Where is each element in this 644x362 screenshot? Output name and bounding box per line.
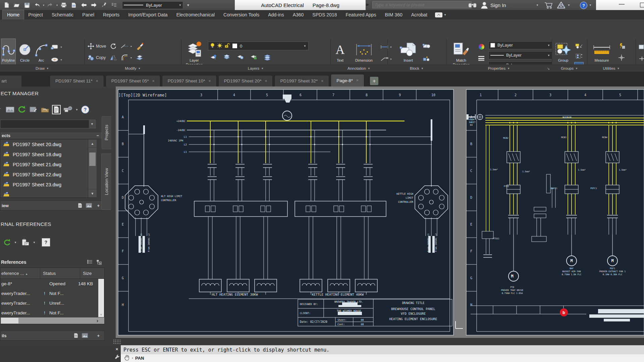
command-window-grip[interactable] xyxy=(113,339,121,344)
command-prompt[interactable]: Press ESC or ENTER to exit, or right-cli… xyxy=(121,345,644,354)
list-view-icon[interactable] xyxy=(87,260,93,264)
rectangle-tool-icon[interactable] xyxy=(50,43,59,51)
sheet-set-icon[interactable] xyxy=(110,1,118,9)
details-section-header[interactable]: ils + xyxy=(0,330,105,341)
maximize-button[interactable] xyxy=(640,3,644,7)
scroll-down-icon[interactable]: ▼ xyxy=(88,189,97,197)
fillet-caret-icon[interactable]: ▼ xyxy=(130,57,132,59)
new-file-icon[interactable] xyxy=(3,1,11,9)
properties-launcher-icon[interactable]: ↘ xyxy=(547,67,550,70)
publish-icon[interactable] xyxy=(100,1,108,9)
details-add-icon[interactable]: + xyxy=(97,333,100,338)
ribbon-tab-import-export-data[interactable]: Import/Export Data xyxy=(124,10,172,19)
layer-unlock-icon[interactable] xyxy=(250,53,258,61)
help-icon[interactable]: ? xyxy=(580,2,587,9)
object-color-dropdown[interactable]: ByLayer▼ xyxy=(488,41,552,49)
command-options-caret-icon[interactable]: ▾ xyxy=(132,357,133,360)
dimension-caret-icon[interactable]: ▼ xyxy=(390,46,392,48)
pm-toolbar-caret-icon[interactable]: ▼ xyxy=(75,108,78,111)
close-tab-icon[interactable]: × xyxy=(152,79,155,83)
trim-caret-icon[interactable]: ▼ xyxy=(130,45,132,48)
project-file-pd1997-sheet-21-dwg[interactable]: PD1997 Sheet 21.dwg xyxy=(0,160,96,170)
attach-xref-icon[interactable] xyxy=(21,238,30,247)
clipped-tool2-icon[interactable] xyxy=(638,54,644,63)
plot-preview-icon[interactable] xyxy=(70,1,78,9)
add-view-icon[interactable]: + xyxy=(97,203,100,208)
close-tab-icon[interactable]: × xyxy=(356,78,359,83)
ribbon-tab-panel[interactable]: Panel xyxy=(78,10,99,19)
erase-icon[interactable] xyxy=(135,42,144,51)
xref-refresh-icon[interactable] xyxy=(3,238,11,246)
project-file-partial[interactable] xyxy=(0,190,96,198)
print-icon[interactable] xyxy=(60,1,68,9)
details-preview-icon[interactable] xyxy=(82,333,88,338)
close-tab-icon[interactable]: × xyxy=(321,79,323,83)
app-store-cart-icon[interactable] xyxy=(544,2,553,9)
mirror-icon[interactable] xyxy=(109,53,118,62)
lineweight-list-icon[interactable] xyxy=(477,54,486,63)
start-tab-partial[interactable]: art xyxy=(0,75,21,86)
refresh-project-icon[interactable] xyxy=(17,106,26,114)
linetype-dropdown[interactable]: ByLayer▼ xyxy=(488,51,552,59)
document-tab-pd1997-sheet-32[interactable]: PD1997 Sheet 32*× xyxy=(274,75,329,86)
xref-refresh-caret-icon[interactable]: ▼ xyxy=(14,241,17,244)
id-point-icon[interactable] xyxy=(617,53,626,62)
column-status[interactable]: Status xyxy=(40,271,80,276)
sign-in-caret-icon[interactable]: ▼ xyxy=(536,4,539,7)
open-icon[interactable] xyxy=(13,1,21,9)
back-arrow-icon[interactable] xyxy=(80,1,88,9)
search-input[interactable] xyxy=(372,1,472,8)
a360-icon[interactable] xyxy=(557,1,566,9)
modify-panel-label[interactable]: Modify▼ xyxy=(85,65,181,72)
layer-freeze-tool-icon[interactable] xyxy=(236,53,245,61)
ribbon-tab-acrobat[interactable]: Acrobat xyxy=(407,10,432,19)
draw-panel-label[interactable]: Draw▼ xyxy=(0,65,85,72)
clipped-tool-icon[interactable] xyxy=(638,42,644,51)
preview-image-icon[interactable] xyxy=(86,203,92,208)
document-tab-pd1997-sheet-20[interactable]: PD1997 Sheet 20*× xyxy=(218,75,273,86)
ribbon-tab-reports[interactable]: Reports xyxy=(99,10,124,19)
project-settings-icon[interactable] xyxy=(29,106,38,113)
undo-caret-icon[interactable]: ▾ xyxy=(43,4,44,7)
xref-row-ewerytrader[interactable]: eweryTrader...!Not F... xyxy=(0,308,104,318)
color-wheel-icon[interactable] xyxy=(477,42,486,51)
save-icon[interactable] xyxy=(23,1,31,9)
ellipse-tool-icon[interactable] xyxy=(50,55,59,64)
xref-hscrollbar[interactable]: › xyxy=(1,317,104,324)
leader-caret-icon[interactable]: ▼ xyxy=(390,58,392,60)
ribbon-tab-spds-2018[interactable]: SPDS 2018 xyxy=(308,10,341,19)
project-file-pd1997-sheet-22-dwg[interactable]: PD1997 Sheet 22.dwg xyxy=(0,170,96,180)
column-reference-name[interactable]: eference ... ▲ xyxy=(0,271,40,276)
layer-dropdown[interactable]: 0 ▼ xyxy=(208,42,309,50)
ribbon-display-caret-icon[interactable]: ▼ xyxy=(444,13,446,16)
scroll-up-icon[interactable]: ▲ xyxy=(88,139,97,148)
projects-section-header[interactable]: ects − xyxy=(0,132,105,139)
ribbon-tab-featured-apps[interactable]: Featured Apps xyxy=(341,10,381,19)
ribbon-tab-schematic[interactable]: Schematic xyxy=(47,10,78,19)
qat-bylayer-dropdown[interactable]: ByLayer ▼ xyxy=(122,1,183,9)
layer-color-swatch[interactable] xyxy=(232,43,237,49)
close-tab-icon[interactable]: × xyxy=(96,79,98,83)
search-icon[interactable] xyxy=(468,2,477,8)
layers-panel-label[interactable]: Layers▼ xyxy=(181,65,330,72)
details-view-icon[interactable] xyxy=(77,202,83,208)
xref-help-icon[interactable]: ? xyxy=(42,238,50,247)
xref-scroll-right-icon[interactable]: › xyxy=(97,317,98,324)
clipped-icon[interactable] xyxy=(0,106,3,113)
projects-side-tab[interactable]: Projects xyxy=(102,116,111,149)
ribbon-tab-electromechanical[interactable]: Electromechanical xyxy=(172,10,219,19)
column-size[interactable]: Size xyxy=(80,271,92,276)
document-tab-pd1997-sheet-05[interactable]: PD1997 Sheet 05*× xyxy=(106,75,160,86)
block-panel-label[interactable]: Block▼ xyxy=(387,65,446,72)
xref-row-ewerytrader[interactable]: eweryTrader...!Not F... xyxy=(0,289,104,298)
details-doc-icon[interactable] xyxy=(73,333,79,339)
ribbon-tab-a360[interactable]: A360 xyxy=(288,10,308,19)
ribbon-display-toggle-icon[interactable] xyxy=(435,12,442,17)
redo-icon[interactable] xyxy=(46,1,54,9)
xref-row-ge-8[interactable]: ge-8*Opened148 KB xyxy=(0,279,104,289)
move-button[interactable]: Move xyxy=(87,42,106,51)
infocenter-arrow-icon[interactable]: ▶ xyxy=(366,2,369,7)
command-customize-wrench-icon[interactable] xyxy=(115,354,119,361)
close-tab-icon[interactable]: × xyxy=(265,79,267,83)
ribbon-tab-home[interactable]: Home xyxy=(3,10,24,19)
